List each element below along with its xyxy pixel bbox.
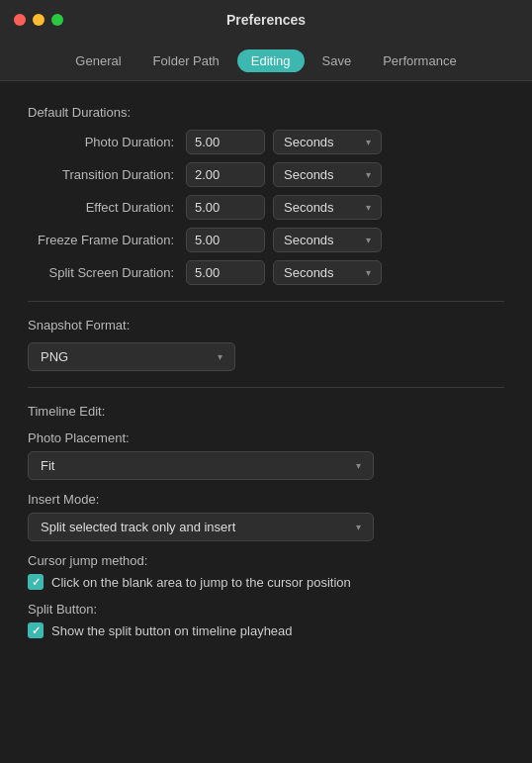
photo-duration-unit-dropdown[interactable]: Seconds ▾ xyxy=(273,130,382,154)
minimize-button[interactable] xyxy=(33,14,44,26)
transition-duration-row: Transition Duration: Seconds ▾ xyxy=(28,162,504,187)
split-screen-duration-unit-dropdown[interactable]: Seconds ▾ xyxy=(273,260,382,285)
split-button-section: Split Button: Show the split button on t… xyxy=(28,602,504,638)
window-title: Preferences xyxy=(226,12,306,28)
chevron-down-icon: ▾ xyxy=(366,169,371,180)
chevron-down-icon: ▾ xyxy=(366,137,371,147)
title-bar: Preferences xyxy=(0,0,532,40)
freeze-frame-duration-input[interactable] xyxy=(186,228,265,252)
tab-save[interactable]: Save xyxy=(309,49,366,72)
default-durations-title: Default Durations: xyxy=(28,105,504,120)
freeze-frame-duration-label: Freeze Frame Duration: xyxy=(28,233,186,247)
timeline-edit-title: Timeline Edit: xyxy=(28,404,504,419)
split-screen-duration-label: Split Screen Duration: xyxy=(28,265,186,280)
chevron-down-icon: ▾ xyxy=(356,522,361,532)
transition-duration-unit-label: Seconds xyxy=(284,167,360,182)
photo-placement-label: Photo Placement: xyxy=(28,430,504,445)
effect-duration-unit-dropdown[interactable]: Seconds ▾ xyxy=(273,195,382,220)
effect-duration-input[interactable] xyxy=(186,195,265,220)
insert-mode-dropdown[interactable]: Split selected track only and insert ▾ xyxy=(28,513,374,541)
effect-duration-row: Effect Duration: Seconds ▾ xyxy=(28,195,504,220)
split-button-checkbox-text: Show the split button on timeline playhe… xyxy=(51,623,293,638)
chevron-down-icon: ▾ xyxy=(356,460,361,471)
cursor-jump-checkbox[interactable] xyxy=(28,574,44,590)
freeze-frame-duration-unit-dropdown[interactable]: Seconds ▾ xyxy=(273,228,382,252)
transition-duration-input[interactable] xyxy=(186,162,265,187)
maximize-button[interactable] xyxy=(51,14,63,26)
effect-duration-unit-label: Seconds xyxy=(284,200,360,215)
tab-performance[interactable]: Performance xyxy=(369,49,470,72)
split-button-checkbox[interactable] xyxy=(28,622,44,638)
cursor-jump-label: Cursor jump method: xyxy=(28,553,504,568)
split-button-checkbox-row: Show the split button on timeline playhe… xyxy=(28,622,504,638)
chevron-down-icon: ▾ xyxy=(366,267,371,278)
photo-placement-dropdown[interactable]: Fit ▾ xyxy=(28,451,374,480)
transition-duration-label: Transition Duration: xyxy=(28,167,186,182)
freeze-frame-duration-row: Freeze Frame Duration: Seconds ▾ xyxy=(28,228,504,252)
photo-placement-value: Fit xyxy=(41,458,350,473)
photo-duration-unit-label: Seconds xyxy=(284,135,360,149)
tab-editing[interactable]: Editing xyxy=(237,49,305,72)
snapshot-format-value: PNG xyxy=(41,349,212,364)
tab-bar: General Folder Path Editing Save Perform… xyxy=(0,40,532,81)
insert-mode-section: Insert Mode: Split selected track only a… xyxy=(28,492,504,541)
window-controls xyxy=(14,14,63,26)
default-durations-section: Default Durations: Photo Duration: Secon… xyxy=(28,105,504,285)
photo-duration-input[interactable] xyxy=(186,130,265,154)
photo-duration-row: Photo Duration: Seconds ▾ xyxy=(28,130,504,154)
insert-mode-value: Split selected track only and insert xyxy=(41,520,350,534)
photo-placement-section: Photo Placement: Fit ▾ xyxy=(28,430,504,480)
chevron-down-icon: ▾ xyxy=(366,235,371,245)
snapshot-format-section: Snapshot Format: PNG ▾ xyxy=(28,318,504,371)
insert-mode-label: Insert Mode: xyxy=(28,492,504,507)
snapshot-format-dropdown[interactable]: PNG ▾ xyxy=(28,342,235,371)
divider-1 xyxy=(28,301,504,302)
divider-2 xyxy=(28,387,504,388)
freeze-frame-duration-unit-label: Seconds xyxy=(284,233,360,247)
tab-folder-path[interactable]: Folder Path xyxy=(139,49,233,72)
close-button[interactable] xyxy=(14,14,26,26)
split-screen-duration-row: Split Screen Duration: Seconds ▾ xyxy=(28,260,504,285)
transition-duration-unit-dropdown[interactable]: Seconds ▾ xyxy=(273,162,382,187)
split-screen-duration-unit-label: Seconds xyxy=(284,265,360,280)
split-screen-duration-input[interactable] xyxy=(186,260,265,285)
content-area: Default Durations: Photo Duration: Secon… xyxy=(0,81,532,757)
snapshot-format-title: Snapshot Format: xyxy=(28,318,504,333)
chevron-down-icon: ▾ xyxy=(218,351,222,362)
cursor-jump-section: Cursor jump method: Click on the blank a… xyxy=(28,553,504,590)
timeline-edit-section: Timeline Edit: Photo Placement: Fit ▾ In… xyxy=(28,404,504,638)
cursor-jump-checkbox-row: Click on the blank area to jump to the c… xyxy=(28,574,504,590)
cursor-jump-checkbox-text: Click on the blank area to jump to the c… xyxy=(51,575,351,590)
photo-duration-label: Photo Duration: xyxy=(28,135,186,149)
effect-duration-label: Effect Duration: xyxy=(28,200,186,215)
chevron-down-icon: ▾ xyxy=(366,202,371,213)
split-button-label: Split Button: xyxy=(28,602,504,617)
tab-general[interactable]: General xyxy=(61,49,134,72)
